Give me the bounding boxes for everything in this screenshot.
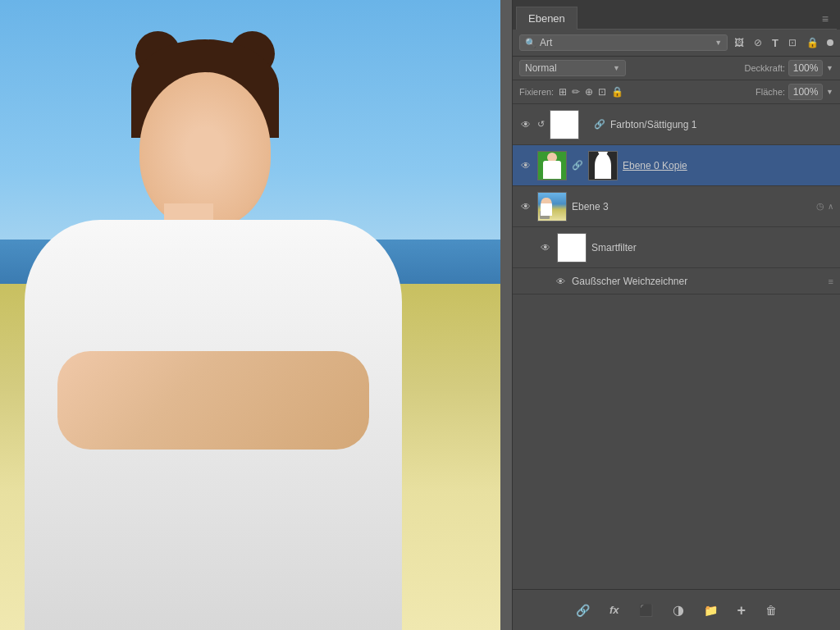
layer-visibility-smartfilter[interactable]: 👁 (539, 241, 552, 254)
fix-icons-group: ⊞ ✏ ⊕ ⊡ 🔒 (559, 86, 623, 98)
fx-button[interactable]: fx (606, 600, 623, 619)
fix-draw-icon[interactable]: ✏ (572, 86, 580, 98)
layer-item-ebene0kopie[interactable]: 👁 🔗 Ebene 0 Kopie (513, 145, 840, 186)
new-layer-button[interactable]: + (734, 600, 750, 621)
blend-dropdown-arrow: ▼ (613, 64, 620, 72)
layer-chain-ebene0kopie[interactable]: 🔗 (572, 160, 583, 171)
adjustment-button[interactable]: ◑ (669, 599, 687, 621)
adjustment-type-icon[interactable]: ⊘ (752, 35, 764, 50)
thumb-small-person (541, 198, 552, 216)
layer-item-farbton[interactable]: 👁 ↺ 🔗 Farbton/Sättigung 1 (513, 104, 840, 145)
fix-row: Fixieren: ⊞ ✏ ⊕ ⊡ 🔒 Fläche: 100% ▼ (513, 80, 840, 104)
fix-artboard-icon[interactable]: ⊡ (598, 86, 606, 98)
layer-item-smartfilter[interactable]: 👁 Smartfilter (513, 227, 840, 268)
layer-item-ebene3[interactable]: 👁 Ebene 3 ◷ ∧ (513, 186, 840, 227)
layer-name-ebene0kopie: Ebene 0 Kopie (623, 160, 833, 171)
crossed-arms (57, 351, 369, 450)
opacity-section: Deckkraft: 100% ▼ (745, 60, 833, 76)
person-silhouette (595, 153, 611, 179)
link-layers-button[interactable]: 🔗 (573, 600, 593, 620)
flaeche-input[interactable]: 100% (788, 84, 823, 100)
layers-list: 👁 ↺ 🔗 Farbton/Sättigung 1 👁 (513, 104, 840, 589)
search-bar: 🔍 ▼ 🖼 ⊘ T ⊡ 🔒 (513, 30, 840, 57)
layer-mask-thumb (588, 151, 618, 180)
blend-mode-label: Normal (525, 62, 557, 74)
image-type-icon[interactable]: 🖼 (733, 35, 746, 50)
layer-rotate-farbton[interactable]: ↺ (537, 119, 545, 130)
opacity-label: Deckkraft: (745, 63, 786, 73)
layer-name-ebene3: Ebene 3 (572, 201, 811, 212)
fix-label: Fixieren: (519, 87, 554, 97)
opacity-dropdown-arrow[interactable]: ▼ (826, 64, 833, 72)
blend-mode-dropdown[interactable]: Normal ▼ (519, 60, 626, 76)
layer-chain-farbton[interactable]: 🔗 (594, 119, 605, 130)
person-head (123, 39, 287, 220)
layer-visibility-ebene0kopie[interactable]: 👁 (519, 159, 532, 172)
fix-lock-icon[interactable]: 🔒 (611, 86, 623, 98)
tab-ebenen[interactable]: Ebenen (516, 7, 578, 30)
add-mask-button[interactable]: ⬛ (636, 600, 656, 620)
expand-icon[interactable]: ∧ (828, 202, 833, 211)
layers-panel: Ebenen ≡ 🔍 ▼ 🖼 ⊘ T ⊡ 🔒 Normal ▼ Deckkraf… (512, 0, 840, 630)
layer-name-smartfilter: Smartfilter (591, 242, 833, 253)
layer-thumb-green (537, 151, 567, 180)
thumb-person-green (543, 153, 561, 179)
layer-visibility-ebene3[interactable]: 👁 (519, 200, 532, 213)
smartfilter-thumb (557, 233, 587, 262)
search-wrapper[interactable]: 🔍 ▼ (519, 34, 728, 51)
layer-thumb-farbton (550, 110, 579, 139)
shape-type-icon[interactable]: ⊡ (787, 35, 798, 50)
blend-mode-row: Normal ▼ Deckkraft: 100% ▼ (513, 57, 840, 80)
layer-name-farbton: Farbton/Sättigung 1 (610, 119, 833, 130)
filter-dot-icon[interactable] (827, 39, 833, 46)
smartobj-type-icon[interactable]: 🔒 (805, 35, 820, 50)
panel-options-icon[interactable]: ≡ (814, 9, 837, 30)
fix-move-icon[interactable]: ⊕ (585, 86, 593, 98)
search-icon: 🔍 (525, 38, 536, 48)
tab-label: Ebenen (528, 12, 565, 25)
fix-pixels-icon[interactable]: ⊞ (559, 86, 567, 98)
layer-visibility-gauss[interactable]: 👁 (554, 275, 567, 288)
layer-visibility-farbton[interactable]: 👁 (519, 118, 532, 131)
thumb-body (543, 161, 561, 179)
flaeche-label: Fläche: (756, 87, 785, 97)
layer-type-icons: 🖼 ⊘ T ⊡ 🔒 (733, 35, 833, 51)
person-head-small (598, 151, 608, 156)
opacity-input[interactable]: 100% (788, 60, 823, 76)
group-button[interactable]: 📁 (701, 600, 721, 620)
gauss-options-icon[interactable]: ≡ (829, 276, 833, 286)
panel-tab-bar: Ebenen ≡ (513, 0, 840, 30)
delete-layer-button[interactable]: 🗑 (762, 600, 780, 620)
layer-thumb-beach (537, 192, 567, 221)
flaeche-section: Fläche: 100% ▼ (756, 84, 833, 100)
bottom-toolbar: 🔗 fx ⬛ ◑ 📁 + 🗑 (513, 589, 840, 630)
text-type-icon[interactable]: T (770, 35, 780, 51)
ebene3-extra-icons: ◷ ∧ (816, 201, 833, 212)
smart-filter-badge: ◷ (816, 201, 824, 212)
person-figure (25, 39, 435, 630)
layer-item-gauss[interactable]: 👁 Gaußscher Weichzeichner ≡ (513, 268, 840, 294)
search-dropdown-arrow[interactable]: ▼ (714, 39, 722, 47)
flaeche-dropdown-arrow[interactable]: ▼ (826, 88, 833, 96)
layer-name-gauss: Gaußscher Weichzeichner (572, 276, 824, 287)
search-input[interactable] (540, 37, 711, 48)
